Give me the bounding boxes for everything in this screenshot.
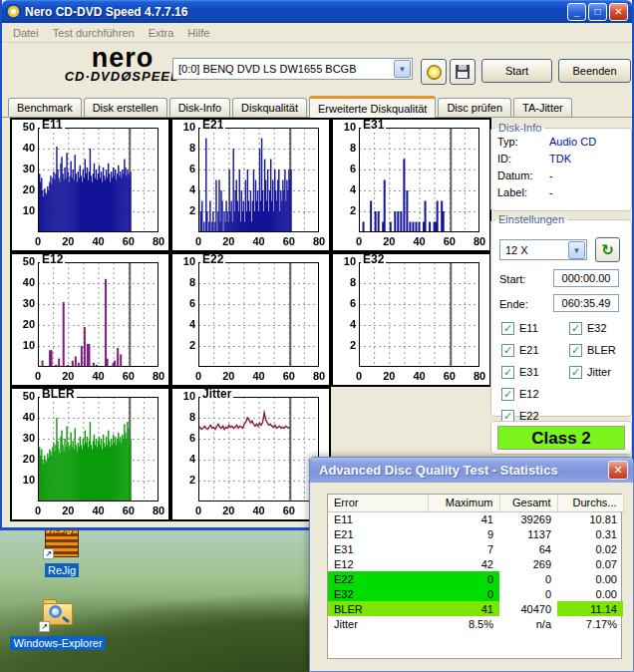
tab-erweiterte-diskqualit-t[interactable]: Erweiterte Diskqualität <box>309 96 436 118</box>
stats-cell: 0.31 <box>557 526 623 541</box>
tab-disk-info[interactable]: Disk-Info <box>169 98 230 117</box>
stats-cell: 1137 <box>499 526 557 541</box>
chart-e12: E12 <box>10 252 170 387</box>
stats-title-bar[interactable]: Advanced Disc Quality Test - Statistics … <box>310 458 633 483</box>
checkbox-icon[interactable]: ✓ <box>501 344 514 357</box>
start-button[interactable]: Start <box>481 59 552 83</box>
checkbox-icon[interactable]: ✓ <box>501 366 514 379</box>
shortcut-arrow-icon: ↗ <box>43 548 54 559</box>
title-bar[interactable]: Nero CD-DVD Speed 4.7.7.16 _ □ ✕ <box>2 0 632 23</box>
stats-cell: 0.02 <box>557 541 623 556</box>
minimize-button[interactable]: _ <box>567 3 586 21</box>
chevron-down-icon[interactable]: ▼ <box>394 60 411 78</box>
stats-cell: 7 <box>428 541 499 556</box>
close-button[interactable]: ✕ <box>609 3 628 21</box>
disk-info-value: - <box>549 186 553 198</box>
checkbox-label: E32 <box>587 322 607 334</box>
disk-info-row-id-: ID:TDK <box>491 151 631 168</box>
menu-item-datei[interactable]: Datei <box>7 25 45 41</box>
drive-select[interactable]: [0:0] BENQ DVD LS DW1655 BCGB ▼ <box>172 58 413 80</box>
checkbox-e32[interactable]: ✓E32 <box>569 317 616 339</box>
checkbox-label: Jitter <box>587 366 611 378</box>
checkbox-label: BLER <box>587 344 616 356</box>
tab-bar: BenchmarkDisk erstellenDisk-InfoDiskqual… <box>2 96 632 118</box>
stats-cell: E31 <box>328 541 428 556</box>
stats-cell: E32 <box>328 586 428 601</box>
chart-bler: BLER <box>10 387 170 521</box>
checkbox-icon[interactable]: ✓ <box>501 322 514 335</box>
stats-cell: 9 <box>428 526 499 541</box>
desktop-icon-rejig[interactable]: ReJig ↗ ReJig <box>14 523 110 578</box>
checkbox-e21[interactable]: ✓E21 <box>501 339 539 361</box>
tab-benchmark[interactable]: Benchmark <box>8 98 82 117</box>
checkbox-bler[interactable]: ✓BLER <box>569 339 616 361</box>
checkbox-icon[interactable]: ✓ <box>569 322 582 335</box>
chart-title: BLER <box>40 389 77 400</box>
stats-close-button[interactable]: ✕ <box>608 461 628 480</box>
stats-table-container: ErrorMaximumGesamtDurchs... E11413926910… <box>327 494 622 659</box>
checkbox-e12[interactable]: ✓E12 <box>501 383 539 405</box>
checkbox-jitter[interactable]: ✓Jitter <box>569 361 616 383</box>
desktop-icon-windows-explorer[interactable]: ↗ Windows-Explorer <box>10 596 106 651</box>
stats-cell: 0.00 <box>557 571 623 586</box>
checkbox-icon[interactable]: ✓ <box>569 344 582 357</box>
stats-cell: 0 <box>499 586 557 601</box>
desktop-icon-label[interactable]: ReJig <box>45 563 79 577</box>
checkbox-icon[interactable]: ✓ <box>501 388 514 401</box>
settings-panel: Einstellungen 12 X ▼ ↻ Start: 000:00.00 … <box>490 213 632 417</box>
chart-e32: E32 <box>331 252 491 387</box>
menu-item-hilfe[interactable]: Hilfe <box>181 25 215 41</box>
chart-canvas-e21 <box>172 120 329 250</box>
checkbox-label: E12 <box>519 388 539 400</box>
disc-icon <box>427 65 442 80</box>
chevron-down-icon[interactable]: ▼ <box>568 241 585 259</box>
tab-diskqualit-t[interactable]: Diskqualität <box>232 98 307 117</box>
stats-cell: E21 <box>328 526 428 541</box>
stats-column-error[interactable]: Error <box>328 495 428 511</box>
checkbox-icon[interactable]: ✓ <box>569 366 582 379</box>
stats-cell: 42 <box>428 556 499 571</box>
stats-cell: E12 <box>328 556 428 571</box>
end-time-label: Ende: <box>499 298 528 310</box>
end-time-field[interactable]: 060:35.49 <box>553 294 619 312</box>
checkbox-e11[interactable]: ✓E11 <box>501 317 539 339</box>
toolbar: nero CD·DVDØSPEED [0:0] BENQ DVD LS DW16… <box>2 43 632 96</box>
stats-cell: 41 <box>428 511 499 526</box>
stats-cell: E22 <box>328 571 428 586</box>
quit-button[interactable]: Beenden <box>558 59 631 83</box>
stats-cell: 8.5% <box>428 616 499 631</box>
desktop-icon-label[interactable]: Windows-Explorer <box>10 636 105 650</box>
stats-cell: n/a <box>499 616 557 631</box>
maximize-button[interactable]: □ <box>588 3 607 21</box>
tab-disc-pr-fen[interactable]: Disc prüfen <box>438 98 511 117</box>
speed-select-value: 12 X <box>500 244 568 256</box>
stats-cell: 10.81 <box>557 511 623 526</box>
tab-disk-erstellen[interactable]: Disk erstellen <box>84 98 167 117</box>
refresh-button[interactable]: ↻ <box>595 237 620 262</box>
chart-title: Jitter <box>200 389 233 400</box>
disk-info-value: Audio CD <box>549 136 596 148</box>
stats-column-durchs-[interactable]: Durchs... <box>557 495 623 511</box>
eject-button[interactable] <box>421 59 447 85</box>
chart-canvas-bler <box>12 389 168 519</box>
menu-item-extra[interactable]: Extra <box>143 25 180 41</box>
shortcut-arrow-icon: ↗ <box>39 621 50 632</box>
disk-info-row-datum-: Datum:- <box>491 168 631 184</box>
settings-title: Einstellungen <box>495 213 567 225</box>
stats-column-gesamt[interactable]: Gesamt <box>499 495 557 511</box>
menu-bar: DateiTest durchführenExtraHilfe <box>2 23 632 43</box>
save-button[interactable] <box>450 59 476 85</box>
checkbox-e31[interactable]: ✓E31 <box>501 361 539 383</box>
chart-canvas-e11 <box>12 120 168 250</box>
disk-info-panel: Disk-Info Typ:Audio CDID:TDKDatum:-Label… <box>490 122 632 211</box>
speed-select[interactable]: 12 X ▼ <box>499 239 587 260</box>
stats-row-e12: E12422690.07 <box>328 556 623 571</box>
chart-title: E32 <box>361 254 386 265</box>
stats-row-e11: E11413926910.81 <box>328 511 623 526</box>
tab-ta-jitter[interactable]: TA-Jitter <box>513 98 572 117</box>
menu-item-test-durchf-hren[interactable]: Test durchführen <box>47 25 141 41</box>
class-panel: Class 2 <box>490 421 632 455</box>
start-time-field[interactable]: 000:00.00 <box>553 269 619 287</box>
stats-column-maximum[interactable]: Maximum <box>428 495 499 511</box>
stats-row-e31: E317640.02 <box>328 541 623 556</box>
